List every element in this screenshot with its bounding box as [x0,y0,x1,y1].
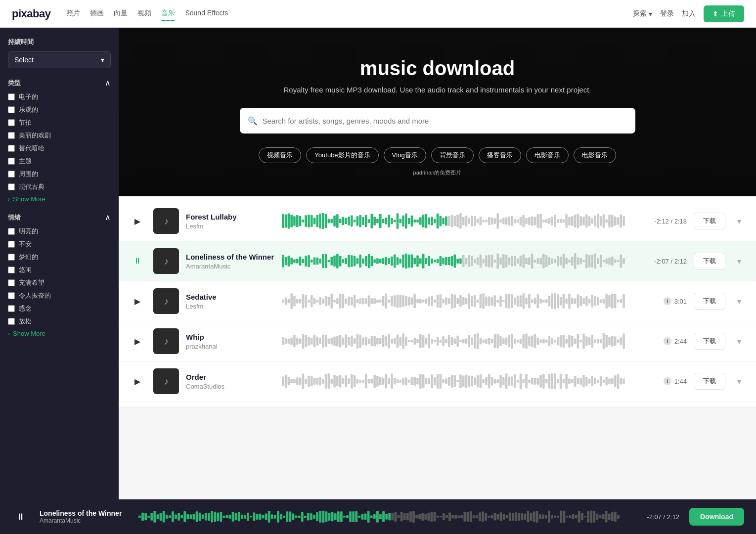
genre-item[interactable]: 周围的 [8,170,111,178]
genre-item[interactable]: 乐观的 [8,105,111,114]
genre-checkbox-6[interactable] [8,171,15,178]
genre-show-more[interactable]: › Show More [8,195,111,203]
nav-explore[interactable]: 探索 ▾ [633,9,652,18]
expand-icon[interactable]: ▾ [732,334,746,348]
genre-checkbox-4[interactable] [8,145,15,152]
svg-rect-40 [397,213,399,228]
mood-checkbox-2[interactable] [8,254,15,261]
svg-rect-332 [545,299,548,303]
svg-rect-325 [525,298,528,304]
genre-checkbox-5[interactable] [8,158,15,165]
waveform[interactable] [282,369,625,394]
svg-rect-64 [465,216,468,226]
mood-item[interactable]: 悠闲 [8,266,111,274]
genre-item[interactable]: 电子的 [8,92,111,101]
nav-videos[interactable]: 视频 [137,7,151,21]
download-button[interactable]: 下载 [694,213,725,229]
genre-tags: 视频音乐 Youtube影片的音乐 Vlog音乐 背景音乐 播客音乐 电影音乐 … [259,147,616,163]
nav-sound-effects[interactable]: Sound Effects [185,7,228,21]
mood-checkbox-6[interactable] [8,305,15,312]
svg-rect-20 [339,219,342,223]
svg-rect-389 [365,337,367,346]
svg-rect-416 [442,336,445,346]
genre-checkbox-1[interactable] [8,106,15,113]
genre-checkbox-0[interactable] [8,93,15,100]
waveform[interactable] [282,209,625,233]
upload-button[interactable]: ⬆ 上传 [704,5,744,22]
play-button[interactable]: ▶ [129,212,146,230]
logo[interactable]: pixabay [12,7,50,20]
svg-rect-31 [371,214,373,228]
expand-icon[interactable]: ▾ [732,254,746,268]
tag-2[interactable]: Vlog音乐 [384,147,426,163]
mood-checkbox-3[interactable] [8,267,15,273]
waveform[interactable] [282,289,625,313]
download-button[interactable]: 下载 [694,373,725,390]
mood-checkbox-0[interactable] [8,228,15,235]
svg-rect-59 [451,215,453,227]
genre-checkbox-7[interactable] [8,183,15,190]
play-button[interactable]: ▶ [129,372,146,390]
nav-vectors[interactable]: 向量 [114,7,128,21]
nav-music[interactable]: 音乐 [161,7,175,21]
svg-rect-550 [482,379,485,383]
tag-1[interactable]: Youtube影片的音乐 [306,147,378,163]
svg-rect-195 [496,253,499,268]
duration-select[interactable]: Select ▾ [8,51,111,68]
mood-item[interactable]: 充满希望 [8,278,111,287]
join-button[interactable]: 加入 [682,9,696,18]
svg-rect-14 [322,213,324,229]
tag-3[interactable]: 背景音乐 [431,147,474,163]
mood-checkbox-7[interactable] [8,318,15,325]
mood-item[interactable]: 令人振奋的 [8,291,111,300]
svg-rect-213 [548,257,551,265]
mood-checkbox-1[interactable] [8,241,15,248]
mood-item[interactable]: 明亮的 [8,227,111,236]
genre-header[interactable]: 类型 ∧ [8,78,111,88]
genre-item[interactable]: 替代嘻哈 [8,144,111,153]
tag-4[interactable]: 播客音乐 [479,147,521,163]
search-input[interactable] [263,117,627,125]
mood-item[interactable]: 梦幻的 [8,253,111,262]
search-bar[interactable]: 🔍 [240,108,635,134]
tag-6[interactable]: 电影音乐 [574,147,616,163]
mood-show-more[interactable]: › Show More [8,330,111,337]
nav-illustrations[interactable]: 插画 [90,7,104,21]
svg-rect-156 [385,257,388,266]
genre-item[interactable]: 美丽的戏剧 [8,131,111,140]
svg-rect-398 [391,339,393,344]
waveform[interactable] [282,329,625,354]
mood-checkbox-5[interactable] [8,292,15,299]
mood-item[interactable]: 不安 [8,240,111,249]
mood-item[interactable]: 惑念 [8,304,111,313]
svg-rect-381 [342,338,345,345]
genre-checkbox-3[interactable] [8,132,15,139]
genre-item[interactable]: 节拍 [8,118,111,127]
tag-0[interactable]: 视频音乐 [259,147,301,163]
mood-checkbox-4[interactable] [8,279,15,286]
svg-rect-364 [293,335,296,348]
genre-checkbox-2[interactable] [8,119,15,126]
svg-rect-579 [565,374,568,389]
expand-icon[interactable]: ▾ [732,294,746,308]
svg-rect-386 [356,334,359,348]
play-button[interactable]: ▶ [129,332,146,350]
nav-photos[interactable]: 照片 [66,7,80,21]
genre-item[interactable]: 主题 [8,157,111,166]
download-button[interactable]: 下载 [694,293,725,310]
mood-header[interactable]: 情绪 ∧ [8,213,111,222]
waveform[interactable] [282,249,625,273]
play-button[interactable]: ▶ [129,292,146,310]
mood-item[interactable]: 放松 [8,317,111,326]
genre-item[interactable]: 现代古典 [8,182,111,191]
pause-button[interactable]: ⏸ [129,252,146,270]
tag-5[interactable]: 电影音乐 [526,147,569,163]
login-button[interactable]: 登录 [660,9,674,18]
download-button[interactable]: 下载 [694,333,725,350]
expand-icon[interactable]: ▾ [732,214,746,228]
svg-rect-588 [591,376,594,386]
svg-rect-7 [302,220,305,222]
expand-icon[interactable]: ▾ [732,374,746,388]
svg-rect-286 [413,294,416,308]
download-button[interactable]: 下载 [694,253,725,269]
